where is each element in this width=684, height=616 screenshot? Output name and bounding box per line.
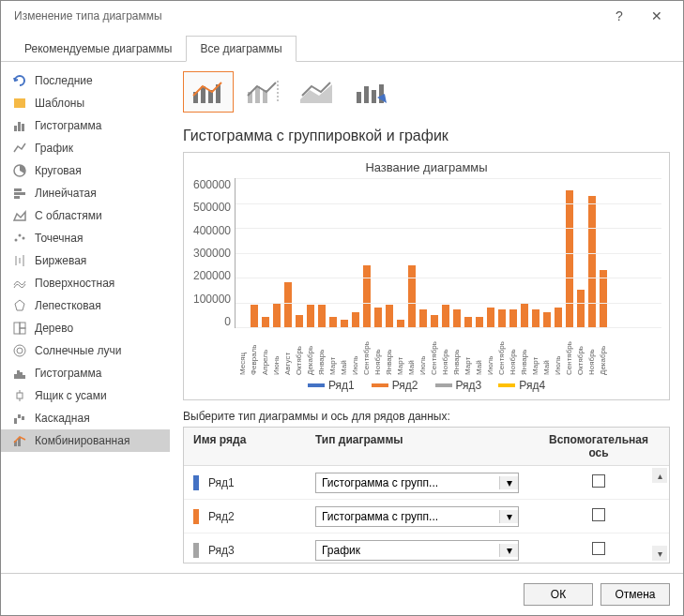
subtype-clustered-line[interactable] — [183, 71, 234, 113]
secondary-axis-checkbox[interactable] — [592, 508, 605, 521]
sidebar-item-line[interactable]: График — [1, 137, 170, 159]
ok-button[interactable]: ОК — [524, 583, 593, 606]
secondary-axis-checkbox[interactable] — [592, 542, 605, 555]
series-header: Имя ряда Тип диаграммы Вспомогательная о… — [184, 428, 669, 466]
x-tick: Июль — [351, 328, 358, 375]
sidebar-item-treemap[interactable]: Дерево — [1, 317, 170, 339]
series-row: Ряд1Гистограмма с групп...▾ — [184, 466, 669, 500]
dialog-footer: ОК Отмена — [1, 573, 683, 615]
legend-label: Ряд4 — [519, 379, 545, 392]
pie-chart-icon — [12, 163, 27, 178]
bar — [442, 305, 449, 327]
svg-rect-20 — [17, 370, 20, 379]
plot-area — [235, 178, 661, 328]
svg-point-10 — [23, 237, 25, 240]
y-tick: 300000 — [193, 247, 231, 260]
col-header-aux: Вспомогательная ось — [528, 428, 669, 465]
sidebar-item-templates[interactable]: Шаблоны — [1, 92, 170, 114]
sidebar-item-combo[interactable]: Комбинированная — [1, 429, 170, 452]
scroll-up-button[interactable]: ▴ — [652, 468, 667, 483]
sidebar-item-surface[interactable]: Поверхностная — [1, 272, 170, 294]
subtype-selector — [183, 71, 670, 113]
tab-recommended[interactable]: Рекомендуемые диаграммы — [10, 36, 186, 62]
legend-swatch — [372, 383, 388, 387]
subtype-heading: Гистограмма с группировкой и график — [183, 128, 670, 144]
sidebar-item-pie[interactable]: Круговая — [1, 159, 170, 182]
series-type-combo[interactable]: Гистограмма с групп...▾ — [315, 473, 519, 493]
svg-rect-14 — [14, 323, 20, 334]
x-tick: Сентябрь — [497, 328, 505, 375]
chart-preview: Название диаграммы 600000500000400000300… — [183, 152, 670, 400]
dialog-window: Изменение типа диаграммы ? ✕ Рекомендуем… — [0, 0, 684, 616]
sidebar-item-sunburst[interactable]: Солнечные лучи — [1, 339, 170, 362]
sidebar-item-histogram[interactable]: Гистограмма — [1, 362, 170, 384]
sidebar-item-label: Дерево — [35, 322, 73, 335]
scroll-down-button[interactable]: ▾ — [652, 546, 667, 561]
bar — [577, 290, 585, 327]
close-button[interactable]: ✕ — [638, 8, 676, 23]
col-header-type: Тип диаграммы — [306, 428, 528, 465]
bar — [431, 315, 438, 327]
bar — [329, 317, 337, 327]
sidebar-item-boxwhisker[interactable]: Ящик с усами — [1, 384, 170, 407]
sidebar-item-column[interactable]: Гистограмма — [1, 114, 170, 137]
sidebar-item-radar[interactable]: Лепестковая — [1, 294, 170, 317]
x-tick: Май — [407, 328, 415, 375]
legend-item: Ряд1 — [308, 379, 355, 392]
x-tick: Июль — [554, 328, 561, 375]
sidebar-item-label: С областями — [35, 209, 102, 222]
sidebar-item-recent[interactable]: Последние — [1, 69, 170, 92]
chart-legend: Ряд1 Ряд2 Ряд3 Ряд4 — [191, 379, 661, 392]
legend-label: Ряд3 — [456, 379, 482, 392]
subtype-clustered-line-secondary[interactable] — [237, 71, 288, 113]
chevron-down-icon: ▾ — [499, 510, 518, 523]
waterfall-icon — [12, 411, 27, 426]
tab-all[interactable]: Все диаграммы — [186, 36, 296, 62]
x-axis: МесяцФевральАпрельИюньАвгустОктябрьДекаб… — [235, 328, 661, 375]
cancel-button[interactable]: Отмена — [600, 583, 670, 606]
sidebar-item-bar[interactable]: Линейчатая — [1, 182, 170, 204]
svg-rect-32 — [201, 86, 205, 103]
x-tick: Январь — [520, 328, 527, 375]
svg-rect-3 — [22, 124, 24, 131]
bar — [487, 308, 494, 327]
series-name: Ряд3 — [208, 544, 306, 557]
secondary-axis-checkbox[interactable] — [592, 474, 605, 488]
sidebar-item-label: Биржевая — [35, 254, 86, 267]
series-rows: ▴ ▾ Ряд1Гистограмма с групп...▾Ряд2Гисто… — [184, 466, 669, 563]
sidebar-item-area[interactable]: С областями — [1, 204, 170, 227]
series-type-value: График — [316, 544, 499, 557]
series-swatch — [193, 475, 199, 490]
x-tick: Июль — [418, 328, 426, 375]
y-tick: 600000 — [193, 178, 231, 191]
area-chart-icon — [12, 208, 27, 223]
combo-chart-icon — [12, 433, 27, 448]
y-tick: 400000 — [193, 224, 231, 237]
bar — [543, 312, 551, 327]
sidebar-item-label: Точечная — [35, 232, 83, 245]
series-type-combo[interactable]: График▾ — [315, 540, 519, 561]
series-name: Ряд1 — [208, 476, 306, 489]
bar — [374, 308, 382, 327]
x-tick: Декабрь — [306, 328, 313, 375]
window-title: Изменение типа диаграммы — [8, 9, 600, 23]
subtype-custom[interactable] — [346, 71, 397, 113]
series-panel: Имя ряда Тип диаграммы Вспомогательная о… — [183, 427, 670, 563]
legend-swatch — [498, 383, 515, 387]
help-button[interactable]: ? — [600, 8, 638, 23]
sidebar-item-stock[interactable]: Биржевая — [1, 249, 170, 272]
sidebar-item-scatter[interactable]: Точечная — [1, 227, 170, 249]
svg-rect-7 — [14, 196, 20, 199]
x-tick: Май — [340, 328, 347, 375]
radar-chart-icon — [12, 298, 27, 313]
subtype-stacked-line[interactable] — [292, 71, 342, 113]
box-whisker-icon — [12, 388, 27, 403]
bar — [397, 320, 404, 327]
y-tick: 0 — [224, 315, 231, 328]
series-type-combo[interactable]: Гистограмма с групп...▾ — [315, 506, 519, 527]
sidebar-item-label: Лепестковая — [35, 299, 101, 312]
svg-rect-26 — [14, 418, 17, 424]
sidebar-item-label: Круговая — [35, 164, 82, 177]
sidebar-item-waterfall[interactable]: Каскадная — [1, 407, 170, 429]
svg-point-9 — [19, 234, 22, 237]
